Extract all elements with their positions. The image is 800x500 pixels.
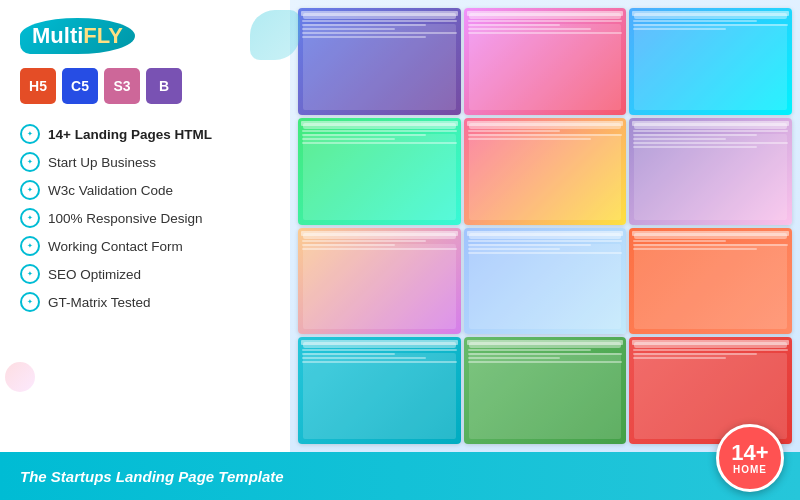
mini-content (633, 20, 788, 111)
mini-line (468, 252, 623, 254)
mini-line (468, 357, 561, 359)
feature-item-responsive: 100% Responsive Design (20, 204, 270, 232)
mini-line (468, 20, 623, 22)
mini-line (302, 24, 426, 26)
mini-line (633, 20, 757, 22)
sass-badge: S3 (104, 68, 140, 104)
mini-line (633, 134, 757, 136)
mini-line (468, 134, 623, 136)
logo-text: MultiFLY (32, 23, 123, 48)
mini-line (633, 349, 788, 351)
mini-header (632, 231, 789, 236)
mini-line (468, 361, 623, 363)
feature-text: 14+ Landing Pages HTML (48, 127, 212, 142)
feature-item-contact-form: Working Contact Form (20, 232, 270, 260)
mini-line (633, 138, 726, 140)
mini-line (302, 357, 426, 359)
preview-card-9 (629, 228, 792, 335)
preview-card-8 (464, 228, 627, 335)
feature-item-startup: Start Up Business (20, 148, 270, 176)
preview-card-3 (629, 8, 792, 115)
mini-line (633, 248, 757, 250)
mini-content (302, 349, 457, 440)
mini-content (302, 130, 457, 221)
preview-card-10 (298, 337, 461, 444)
mini-header (301, 11, 458, 16)
mini-line (302, 240, 426, 242)
mini-content (633, 130, 788, 221)
feature-text: SEO Optimized (48, 267, 141, 282)
bottom-bar: The Startups Landing Page Template 14+ H… (0, 452, 800, 500)
mini-line (302, 353, 395, 355)
feature-list: 14+ Landing Pages HTML Start Up Business… (20, 120, 270, 316)
feature-text: Start Up Business (48, 155, 156, 170)
badge-label: HOME (733, 464, 767, 475)
preview-card-2 (464, 8, 627, 115)
mini-content (302, 20, 457, 111)
mini-header (632, 121, 789, 126)
feature-text: W3c Validation Code (48, 183, 173, 198)
mini-content (468, 240, 623, 331)
mini-header (467, 121, 624, 126)
mini-line (468, 248, 561, 250)
logo-area: MultiFLY (20, 18, 270, 54)
bottom-bar-text: The Startups Landing Page Template (20, 468, 284, 485)
css3-badge: C5 (62, 68, 98, 104)
feature-text: 100% Responsive Design (48, 211, 203, 226)
html5-badge: H5 (20, 68, 56, 104)
mini-line (633, 24, 788, 26)
mini-line (633, 130, 788, 132)
mini-line (468, 130, 561, 132)
preview-card-11 (464, 337, 627, 444)
tech-icons-row: H5 C5 S3 B (20, 68, 270, 104)
feature-item-seo: SEO Optimized (20, 260, 270, 288)
mini-line (468, 244, 592, 246)
feature-icon (20, 264, 40, 284)
mini-content (633, 240, 788, 331)
mini-header (301, 121, 458, 126)
badge-number: 14+ (731, 442, 768, 464)
mini-header (301, 231, 458, 236)
blob-decoration-1 (250, 10, 300, 60)
preview-card-5 (464, 118, 627, 225)
mini-line (302, 20, 457, 22)
preview-card-6 (629, 118, 792, 225)
blob-decoration-2 (5, 362, 35, 392)
feature-icon (20, 208, 40, 228)
logo-fly: FLY (83, 23, 123, 48)
mini-line (468, 240, 623, 242)
main-container: MultiFLY H5 C5 S3 B 14+ Landing Pages HT… (0, 0, 800, 500)
feature-item-landing-pages: 14+ Landing Pages HTML (20, 120, 270, 148)
mini-line (468, 138, 592, 140)
mini-line (468, 24, 561, 26)
mini-content (302, 240, 457, 331)
mini-line (633, 353, 757, 355)
preview-card-1 (298, 8, 461, 115)
mini-line (302, 248, 457, 250)
mini-line (633, 244, 788, 246)
mini-header (632, 11, 789, 16)
feature-text: GT-Matrix Tested (48, 295, 151, 310)
mini-content (468, 349, 623, 440)
mini-line (302, 28, 395, 30)
mini-content (468, 130, 623, 221)
feature-text: Working Contact Form (48, 239, 183, 254)
mini-line (633, 146, 757, 148)
logo-multi: Multi (32, 23, 83, 48)
mini-line (633, 357, 726, 359)
preview-mosaic (290, 0, 800, 452)
mini-line (302, 32, 457, 34)
feature-item-w3c: W3c Validation Code (20, 176, 270, 204)
content-area: MultiFLY H5 C5 S3 B 14+ Landing Pages HT… (0, 0, 800, 452)
bootstrap-badge: B (146, 68, 182, 104)
mini-header (467, 231, 624, 236)
feature-icon (20, 236, 40, 256)
mini-line (302, 361, 457, 363)
mini-header (467, 340, 624, 345)
mini-line (302, 349, 457, 351)
mini-line (302, 244, 395, 246)
preview-card-4 (298, 118, 461, 225)
preview-card-7 (298, 228, 461, 335)
mini-header (467, 11, 624, 16)
feature-icon (20, 124, 40, 144)
